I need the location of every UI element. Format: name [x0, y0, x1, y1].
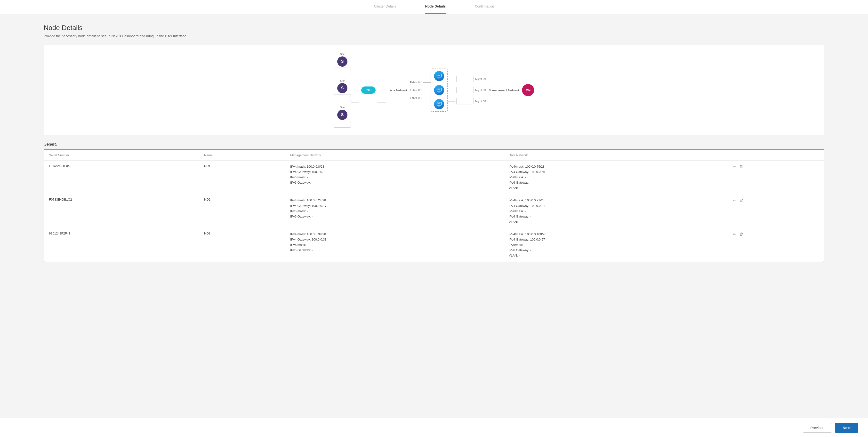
- delete-icon-1[interactable]: 🗑: [740, 198, 743, 203]
- mgmt-rows: Mgmt 0/1 Mgmt 0/1 Mgmt 0/1: [447, 76, 486, 104]
- delete-icon-2[interactable]: 🗑: [740, 232, 743, 236]
- page-subtitle: Provide the necessary node details to se…: [44, 34, 824, 38]
- cell-name-2: ND3: [199, 228, 285, 262]
- col-name: Name: [199, 150, 285, 161]
- site-box-3: [334, 121, 351, 128]
- cloud-badge: L2/L3: [361, 87, 376, 94]
- cell-name-0: ND1: [199, 161, 285, 194]
- cloud-connector: L2/L3: [361, 87, 376, 94]
- node-icon-1: [434, 71, 444, 81]
- main-content: Node Details Provide the necessary node …: [0, 14, 868, 418]
- svg-rect-5: [438, 103, 440, 104]
- data-network-label-container: Data Network: [389, 89, 408, 92]
- col-actions: [728, 150, 824, 161]
- wizard-step-cluster[interactable]: Cluster Details: [374, 4, 396, 10]
- mgmt-label-3: Mgmt 0/1: [475, 100, 486, 103]
- edit-icon-2[interactable]: ✏: [733, 232, 736, 237]
- mn-circle: MN: [522, 84, 534, 96]
- cell-data-1: IPv4/mask: 100.0.0.91/28 IPv4 Gateway: 1…: [504, 194, 728, 228]
- site-to-cloud-lines: [351, 78, 359, 102]
- cell-serial-2: 9901242F2F41: [44, 228, 199, 262]
- cell-name-1: ND2: [199, 194, 285, 228]
- site-box-1: [334, 68, 351, 74]
- cell-serial-0: E7DA2421F043: [44, 161, 199, 194]
- cell-mgmt-2: IPv4/mask: 100.0.0.39/28 IPv4 Gateway: 1…: [285, 228, 504, 262]
- site-node-1: Site S: [334, 53, 351, 74]
- mgmt-rect-2: [456, 87, 474, 93]
- wizard-step-node[interactable]: Node Details: [425, 4, 446, 10]
- col-serial: Serial Number: [44, 150, 199, 161]
- table-row: E7DA2421F043 ND1 IPv4/mask: 100.0.0.8/28…: [44, 161, 824, 194]
- site-label-1: Site: [340, 53, 344, 56]
- svg-rect-3: [438, 89, 440, 90]
- site-circle-2: S: [337, 83, 347, 93]
- site-box-2: [334, 94, 351, 101]
- svg-rect-1: [438, 75, 440, 76]
- wizard-step-confirmation[interactable]: Confirmation: [475, 4, 494, 10]
- node-icons-box: [431, 69, 447, 112]
- fabric-label-1: Fabric 0/1: [410, 81, 422, 84]
- fabric-row-2: Fabric 0/1: [410, 89, 431, 92]
- general-title: General: [44, 142, 824, 146]
- fabric-label-3: Fabric 0/1: [410, 96, 422, 99]
- cloud-to-data-lines: [377, 78, 386, 102]
- next-button[interactable]: Next: [835, 423, 858, 433]
- col-data: Data Network: [504, 150, 728, 161]
- site-circle-3: S: [337, 110, 347, 120]
- mgmt-rect-3: [456, 98, 474, 104]
- table-row: 9901242F2F41 ND3 IPv4/mask: 100.0.0.39/2…: [44, 228, 824, 262]
- mgmt-row-3: Mgmt 0/1: [447, 98, 486, 104]
- management-network-label: Management Network: [489, 89, 520, 92]
- cell-data-2: IPv4/mask: 100.0.0.100/28 IPv4 Gateway: …: [504, 228, 728, 262]
- mgmt-network-label-container: Management Network: [489, 89, 520, 92]
- previous-button[interactable]: Previous: [803, 423, 832, 433]
- fabric-rows: Fabric 0/1 Fabric 0/1 Fabric 0/1: [410, 81, 431, 99]
- fabric-row-1: Fabric 0/1: [410, 81, 431, 84]
- node-table-wrapper: Serial Number Name Management Network Da…: [44, 149, 824, 262]
- site-node-3: Site S: [334, 106, 351, 128]
- cell-actions-1: ✏ 🗑: [728, 194, 824, 228]
- cell-serial-1: F0733E4DB1C2: [44, 194, 199, 228]
- edit-icon-1[interactable]: ✏: [733, 198, 736, 203]
- site-column: Site S Site S Site S: [334, 53, 351, 128]
- fabric-section: Fabric 0/1 Fabric 0/1 Fabric 0/1: [410, 69, 486, 112]
- site-node-2: Site S: [334, 79, 351, 101]
- cell-mgmt-0: IPv4/mask: 100.0.0.8/28 IPv4 Gateway: 10…: [285, 161, 504, 194]
- delete-icon-0[interactable]: 🗑: [740, 165, 743, 169]
- fabric-row-3: Fabric 0/1: [410, 96, 431, 99]
- cell-actions-0: ✏ 🗑: [728, 161, 824, 194]
- footer: Previous Next: [0, 418, 868, 437]
- mgmt-row-2: Mgmt 0/1: [447, 87, 486, 93]
- table-header-row: Serial Number Name Management Network Da…: [44, 150, 824, 161]
- site-label-2: Site: [340, 79, 344, 82]
- cell-actions-2: ✏ 🗑: [728, 228, 824, 262]
- node-icon-3: [434, 99, 444, 109]
- fabric-label-2: Fabric 0/1: [410, 89, 422, 92]
- mgmt-row-1: Mgmt 0/1: [447, 76, 486, 82]
- mgmt-label-1: Mgmt 0/1: [475, 77, 486, 80]
- site-label-3: Site: [340, 106, 344, 109]
- site-circle-1: S: [337, 57, 347, 67]
- edit-icon-0[interactable]: ✏: [733, 165, 736, 169]
- cell-mgmt-1: IPv4/mask: 100.0.0.24/28 IPv4 Gateway: 1…: [285, 194, 504, 228]
- topology-diagram: Site S Site S Site S: [44, 45, 824, 135]
- cell-data-0: IPv4/mask: 100.0.0.75/28 IPv4 Gateway: 1…: [504, 161, 728, 194]
- col-mgmt: Management Network: [285, 150, 504, 161]
- page-title: Node Details: [44, 24, 824, 32]
- table-row: F0733E4DB1C2 ND2 IPv4/mask: 100.0.0.24/2…: [44, 194, 824, 228]
- mgmt-label-2: Mgmt 0/1: [475, 89, 486, 92]
- wizard-header: Cluster Details Node Details Confirmatio…: [0, 0, 868, 14]
- node-icon-2: [434, 85, 444, 95]
- mgmt-rect-1: [456, 76, 474, 82]
- node-table: Serial Number Name Management Network Da…: [44, 150, 824, 262]
- data-network-label: Data Network: [389, 89, 408, 92]
- general-section: General Serial Number Name Management Ne…: [44, 142, 824, 262]
